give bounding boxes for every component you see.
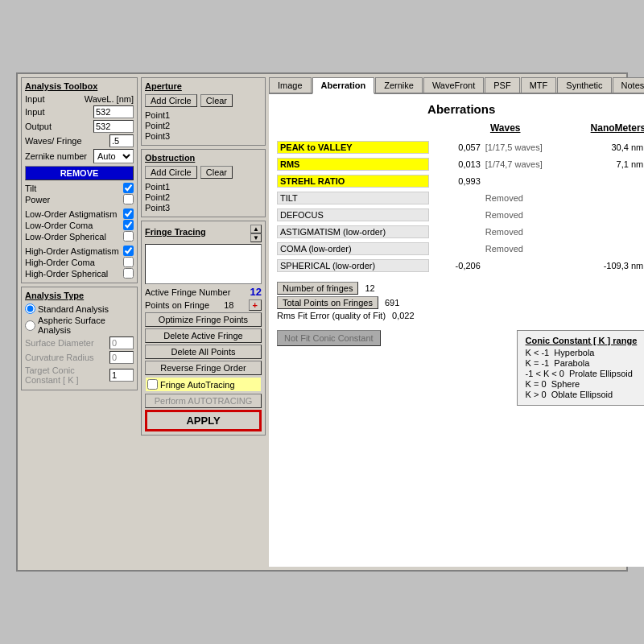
aperture-section: Aperture Add Circle Clear Point1 Point2 …: [141, 77, 266, 146]
surface-diameter-row: Surface Diameter: [25, 336, 134, 349]
input-static-label: Input: [25, 107, 44, 117]
waves-fringe-field[interactable]: [109, 134, 134, 147]
table-row: SPHERICAL (low-order)-0,206-109,3 nm.: [277, 258, 644, 273]
total-points-button[interactable]: Total Points on Fringes: [277, 296, 378, 309]
tab-psf[interactable]: PSF: [485, 77, 519, 93]
tab-mtf[interactable]: MTF: [521, 77, 557, 93]
add-circle-button[interactable]: Add Circle: [145, 94, 197, 107]
obs-point2-label: Point2: [145, 192, 262, 202]
tab-synthetic[interactable]: Synthetic: [557, 77, 611, 93]
high-astig-checkbox[interactable]: [123, 246, 134, 256]
table-row: PEAK to VALLEY0,057[1/17,5 waves]30,4 nm…: [277, 140, 644, 155]
middle-panel: Aperture Add Circle Clear Point1 Point2 …: [141, 77, 266, 567]
number-of-fringes-row: Number of fringes 12: [277, 282, 644, 295]
points-on-fringe-label: Points on Fringe: [145, 300, 209, 310]
tab-image[interactable]: Image: [269, 77, 312, 93]
aber-name-cell: RMS: [277, 158, 429, 171]
aber-waves-cell: Removed: [485, 193, 573, 203]
tab-notes[interactable]: Notes: [613, 77, 644, 93]
obstruction-title: Obstruction: [145, 153, 262, 163]
low-astig-checkbox[interactable]: [123, 208, 134, 219]
low-spherical-label: Low-Order Spherical: [25, 232, 106, 242]
conic-range: K = -1: [526, 358, 550, 368]
ap-point3-label: Point3: [145, 131, 262, 141]
aspheric-analysis-radio[interactable]: [25, 320, 35, 331]
active-fringe-number: 12: [250, 286, 262, 298]
rms-fit-value: 0,022: [392, 311, 415, 320]
app-window: Analysis Toolbox Input WaveL. [nm] Input…: [16, 72, 628, 572]
low-coma-checkbox[interactable]: [123, 220, 134, 230]
number-of-fringes-button[interactable]: Number of fringes: [277, 282, 358, 295]
conic-title: Conic Constant [ K ] range: [526, 336, 638, 345]
tab-wavefront[interactable]: WaveFront: [423, 77, 484, 93]
points-on-fringe-value: 18: [224, 300, 233, 310]
aber-header-row: Waves NanoMeters: [277, 122, 644, 137]
fringe-scroll-content: [146, 245, 261, 248]
obs-add-circle-button[interactable]: Add Circle: [145, 166, 197, 179]
remove-button[interactable]: REMOVE: [25, 166, 134, 180]
conic-row: K < -1 Hyperbola: [526, 348, 638, 357]
aber-name-cell: TILT: [277, 192, 429, 204]
tab-content: Aberrations Waves NanoMeters PEAK to VAL…: [269, 94, 644, 567]
aperture-btn-row: Add Circle Clear: [145, 94, 262, 107]
tilt-checkbox[interactable]: [123, 183, 134, 193]
perform-autotracing-button[interactable]: Perform AUTOTRACING: [145, 394, 262, 408]
obs-clear-button[interactable]: Clear: [200, 166, 233, 179]
nm-col-header: NanoMeters: [558, 122, 644, 134]
points-on-fringe-row: Points on Fringe 18 +: [145, 299, 262, 311]
fringe-scroll-down-icon[interactable]: ▼: [250, 233, 262, 242]
high-coma-label: High-Order Coma: [25, 258, 95, 267]
zernike-label: Zernike number: [25, 151, 87, 161]
standard-analysis-radio[interactable]: [25, 303, 35, 314]
zernike-select[interactable]: Auto 37: [93, 149, 134, 163]
aber-nm-cell: -109,3 nm.: [573, 261, 644, 270]
target-conic-field[interactable]: [109, 369, 134, 382]
input-value-row: Input: [25, 105, 134, 118]
fringe-autotracing-checkbox[interactable]: [147, 379, 158, 390]
total-points-value: 691: [385, 298, 399, 308]
high-coma-checkbox[interactable]: [123, 257, 134, 267]
low-astig-row: Low-Order Astigmatism: [25, 208, 134, 219]
aber-name-cell: STREHL RATIO: [277, 175, 429, 188]
clear-button[interactable]: Clear: [200, 94, 233, 107]
low-coma-label: Low-Order Coma: [25, 221, 93, 230]
tilt-label: Tilt: [25, 184, 36, 193]
obs-point1-label: Point1: [145, 182, 262, 192]
table-row: RMS0,013[1/74,7 waves]7,1 nm.: [277, 157, 644, 171]
curvature-radius-field[interactable]: [109, 351, 134, 364]
apply-button[interactable]: APPLY: [145, 410, 262, 431]
fringe-autotracing-label: Fringe AutoTracing: [160, 380, 235, 390]
aber-name-cell: ASTIGMATISM (low-order): [277, 225, 429, 238]
high-spherical-label: High-Order Spherical: [25, 269, 108, 279]
power-checkbox[interactable]: [123, 194, 134, 204]
low-spherical-checkbox[interactable]: [123, 231, 134, 242]
output-label: Output: [25, 122, 52, 131]
conic-range: K = 0: [526, 379, 547, 389]
aber-waves-cell: Removed: [485, 244, 573, 254]
tab-aberration[interactable]: Aberration: [312, 77, 375, 94]
delete-active-fringe-button[interactable]: Delete Active Fringe: [145, 328, 262, 343]
surface-diameter-field[interactable]: [109, 336, 134, 349]
delete-all-points-button[interactable]: Delete All Points: [145, 345, 262, 359]
target-conic-row: Target Conic Constant [ K ]: [25, 365, 134, 385]
output-field[interactable]: [93, 120, 134, 133]
fit-conic-button[interactable]: Not Fit Conic Constant: [277, 330, 381, 346]
input-field[interactable]: [93, 105, 134, 118]
right-panel: ImageAberrationZernikeWaveFrontPSFMTFSyn…: [269, 77, 644, 567]
standard-analysis-label: Standard Analysis: [38, 304, 109, 314]
conic-range: K > 0: [526, 390, 547, 399]
reverse-fringe-order-button[interactable]: Reverse Fringe Order: [145, 361, 262, 375]
plus-button[interactable]: +: [249, 299, 262, 311]
fringe-scroll-area: [145, 244, 262, 284]
fringe-scroll-up-icon[interactable]: ▲: [250, 225, 262, 233]
optimize-fringe-button[interactable]: Optimize Fringe Points: [145, 312, 262, 327]
aber-value-cell: 0,057: [429, 142, 485, 152]
zernike-row: Zernike number Auto 37: [25, 149, 134, 163]
aperture-title: Aperture: [145, 81, 262, 91]
low-spherical-row: Low-Order Spherical: [25, 231, 134, 242]
ap-point2-label: Point2: [145, 121, 262, 130]
tab-zernike[interactable]: Zernike: [375, 77, 423, 93]
left-panel: Analysis Toolbox Input WaveL. [nm] Input…: [21, 77, 138, 567]
input-label: Input: [25, 94, 44, 104]
high-spherical-checkbox[interactable]: [123, 268, 134, 279]
